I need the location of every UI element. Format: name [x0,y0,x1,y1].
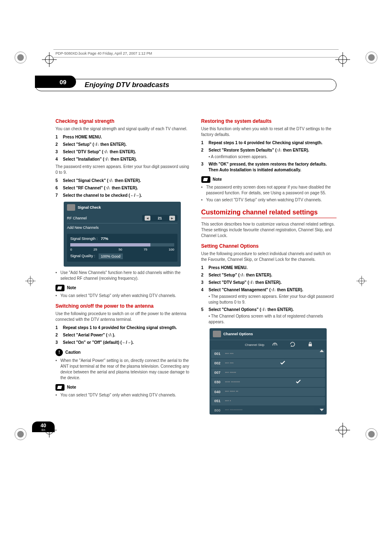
channel-row[interactable]: 051*** * [211,397,325,405]
right-column: Restoring the system defaults Use this f… [201,114,337,418]
panel-title: Channel Options [224,332,253,337]
step-item: 1Repeat steps 1 to 4 provided for Checki… [201,140,337,146]
channel-number: 002 [214,361,225,366]
channel-name: *** ********** [225,408,275,412]
paragraph: This section describes how to customize … [201,221,337,239]
step-item: 4Select "Channel Management" (↑/↓ then E… [201,287,337,293]
favourite-cell[interactable] [275,361,291,366]
step-item: 1Press HOME MENU. [55,134,191,140]
signal-strength-label: Signal Strength : [70,236,98,242]
signal-strength-bar [70,243,174,246]
channel-number: 007 [214,370,225,375]
note-icon [55,384,65,391]
svg-rect-28 [309,344,312,346]
bullet-item: •You can select "DTV Setup" only when wa… [201,197,337,203]
heading-customizing: Customizing channel related settings [201,208,337,217]
svg-point-5 [17,431,24,438]
heading-checking-signal: Checking signal strength [55,118,191,125]
step-item: 3Select "DTV Setup" (↑/↓ then ENTER). [201,280,337,286]
step-item: 1Repeat steps 1 to 4 provided for Checki… [55,325,191,331]
signal-quality-label: Signal Quality : [70,253,95,260]
step-item: 5Select "Channel Options" (↑/↓ then ENTE… [201,307,337,313]
left-column: Checking signal strength You can check t… [55,114,191,418]
svg-point-1 [17,54,24,61]
scroll-up-arrow[interactable] [320,350,324,352]
skip-icon [284,342,302,348]
channel-row[interactable]: 001*** *** [211,350,325,358]
step-item: 2Select "Setup" (↑/↓ then ENTER). [201,272,337,278]
print-mark-icon [363,426,380,442]
sub-bullet: • The password entry screen appears. Ent… [201,294,337,305]
rf-channel-spinner[interactable]: ◄ 21 ► [142,215,178,222]
caution-icon: ! [55,349,63,356]
crosshair-icon [334,422,351,438]
print-mark-icon [363,49,380,66]
step-item: 3Select "DTV Setup" (↑/↓ then ENTER). [55,149,191,155]
bullet-item: •When the "Aerial Power" setting is on, … [55,358,191,381]
channel-row[interactable]: 040*** **** ** [211,388,325,396]
step-item: 2Select "Aerial Power" (↑/↓). [55,332,191,338]
channel-row[interactable]: 007*** ***** [211,368,325,377]
signal-strength-ticks: 0 25 50 75 100 [70,247,174,252]
step-item: 4Select "Installation" (↑/↓ then ENTER). [55,157,191,162]
channel-name: *** * [225,399,275,403]
channel-name: *** **** ** [225,389,275,394]
spinner-right-button[interactable]: ► [169,216,175,221]
channel-options-panel: Channel Options Channel Skip 001*** *** [210,328,327,415]
sub-bullet: • The Channel Options screen with a list… [201,313,337,325]
heading-antenna: Switching on/off the power to the antenn… [55,303,191,310]
signal-check-panel: Signal Check RF Channel ◄ 21 ► Add New C… [64,202,181,267]
rf-channel-value: 21 [158,216,162,221]
note-icon [201,176,210,183]
signal-quality-value: 100% Good [99,253,123,260]
channel-name: **** ******* [225,380,275,385]
channel-name: *** *** [225,352,275,356]
svg-point-7 [368,431,375,438]
paragraph: Use the following procedure to switch on… [55,311,191,322]
note-callout: Note [55,384,191,391]
page-language: En [42,428,45,431]
paragraph: You can check the signal strength and si… [55,126,191,132]
panel-icon [67,204,75,211]
channel-row[interactable]: 030**** ******* [211,378,325,387]
bullet-item: •Use "Add New Channels" function here to… [55,270,191,281]
lock-icon [302,342,319,348]
add-new-channels-item[interactable]: Add New Channels [67,225,99,230]
chapter-number: 09 [60,78,67,85]
chapter-title: Enjoying DTV broadcasts [85,81,169,89]
page-number: 40 [41,423,46,428]
step-item: 2Select "Restore System Defaults" (↑/↓ t… [201,147,337,153]
panel-title: Signal Check [78,205,101,210]
page-number-badge: 40 En [32,421,55,432]
scroll-down-arrow[interactable] [320,409,324,411]
svg-marker-27 [291,345,292,347]
step-item: 2Select "Setup" (↑/↓ then ENTER). [55,142,191,147]
step-item: 5Select "Signal Check" (↑/↓ then ENTER). [55,178,191,184]
channel-number: 001 [214,351,225,357]
heading-restore: Restoring the system defaults [201,118,337,125]
channel-row[interactable]: 800*** ********** [211,406,325,415]
paragraph: Use the following procedure to select in… [201,251,337,263]
channel-number: 040 [214,389,225,395]
note-callout: Note [201,176,337,183]
channel-row[interactable]: 002*** *** [211,359,325,368]
caution-callout: ! Caution [55,349,191,356]
signal-strength-value: 77% [101,236,108,242]
chapter-header: Enjoying DTV broadcasts 09 [55,79,337,91]
crosshair-icon [356,275,367,287]
document-header: PDP-5080XD.book Page 40 Friday, April 27… [53,49,339,58]
step-item: 6Select "RF Channel" (↑/↓ then ENTER). [55,185,191,191]
channel-options-header-row: Channel Skip [210,340,327,350]
step-item: 3With "OK" pressed, the system restores … [201,161,337,173]
bullet-item: •The password entry screen does not appe… [201,184,337,196]
step-item: 1Press HOME MENU. [201,265,337,271]
bullet-item: •You can select "DTV Setup" only when wa… [55,392,191,398]
sub-bullet: • A confirmation screen appears. [201,154,337,160]
channel-number: 800 [214,408,225,413]
channel-number: 030 [214,380,225,385]
spinner-left-button[interactable]: ◄ [145,216,150,221]
skip-cell[interactable] [291,380,306,385]
favourite-icon [266,342,284,348]
print-mark-icon [12,49,29,66]
paragraph: The password entry screen appears. Enter… [55,164,191,175]
